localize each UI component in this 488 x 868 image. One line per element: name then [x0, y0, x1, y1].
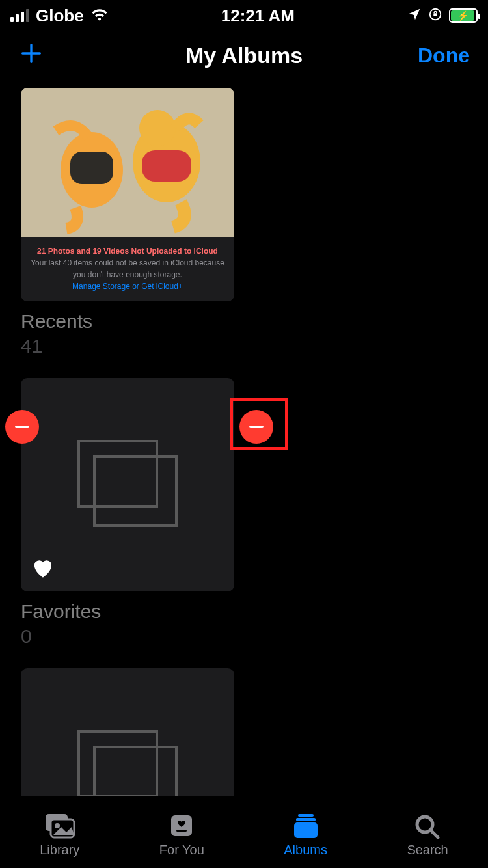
svg-point-17 — [55, 823, 60, 828]
clock-label: 12:21 AM — [221, 6, 295, 26]
svg-rect-5 — [70, 152, 113, 184]
charging-bolt-icon: ⚡ — [457, 10, 468, 21]
svg-rect-21 — [296, 818, 316, 821]
svg-rect-10 — [94, 457, 176, 526]
svg-rect-22 — [294, 822, 318, 838]
manage-storage-link[interactable]: Manage Storage or Get iCloud+ — [29, 280, 226, 292]
svg-rect-9 — [79, 441, 157, 506]
album-title: Favorites — [21, 601, 234, 623]
battery-icon: ⚡ — [449, 8, 478, 23]
heart-icon — [31, 558, 55, 581]
svg-rect-1 — [433, 13, 437, 16]
svg-rect-7 — [142, 150, 191, 182]
photo-thumbnail-icon — [30, 92, 225, 237]
wifi-icon — [90, 6, 109, 26]
album-count: 0 — [21, 625, 234, 647]
tab-albums[interactable]: Albums — [284, 813, 327, 858]
tab-for-you[interactable]: For You — [159, 813, 204, 858]
svg-point-8 — [139, 110, 176, 146]
icloud-storage-warning: 21 Photos and 19 Videos Not Uploaded to … — [21, 245, 234, 292]
album-favorites[interactable]: Favorites 0 — [21, 378, 234, 647]
annotation-highlight-box — [230, 398, 288, 450]
svg-rect-20 — [298, 814, 314, 817]
tab-label: Library — [40, 843, 79, 858]
minus-icon — [15, 426, 29, 428]
tab-library[interactable]: Library — [40, 813, 79, 858]
add-album-button[interactable] — [18, 40, 44, 71]
album-count: 41 — [21, 335, 234, 357]
carrier-label: Globe — [36, 6, 84, 26]
tab-label: Albums — [284, 843, 327, 858]
done-button[interactable]: Done — [418, 44, 470, 68]
page-title: My Albums — [185, 43, 303, 68]
nav-bar: My Albums Done — [0, 31, 488, 88]
svg-line-24 — [431, 831, 438, 837]
signal-bars-icon — [10, 9, 29, 22]
svg-rect-19 — [176, 830, 187, 832]
svg-rect-11 — [79, 731, 157, 796]
status-bar: Globe 12:21 AM ⚡ — [0, 0, 488, 31]
location-icon — [407, 7, 422, 25]
album-title: Recents — [21, 310, 234, 332]
empty-album-icon — [72, 435, 183, 535]
tab-bar: Library For You Albums Search — [0, 796, 488, 868]
delete-album-button[interactable] — [5, 410, 39, 444]
album-grid: 21 Photos and 19 Videos Not Uploaded to … — [0, 88, 488, 868]
tab-search[interactable]: Search — [407, 813, 448, 858]
orientation-lock-icon — [428, 7, 442, 25]
tab-label: For You — [159, 843, 204, 858]
album-recents[interactable]: 21 Photos and 19 Videos Not Uploaded to … — [21, 88, 234, 357]
tab-label: Search — [407, 843, 448, 858]
